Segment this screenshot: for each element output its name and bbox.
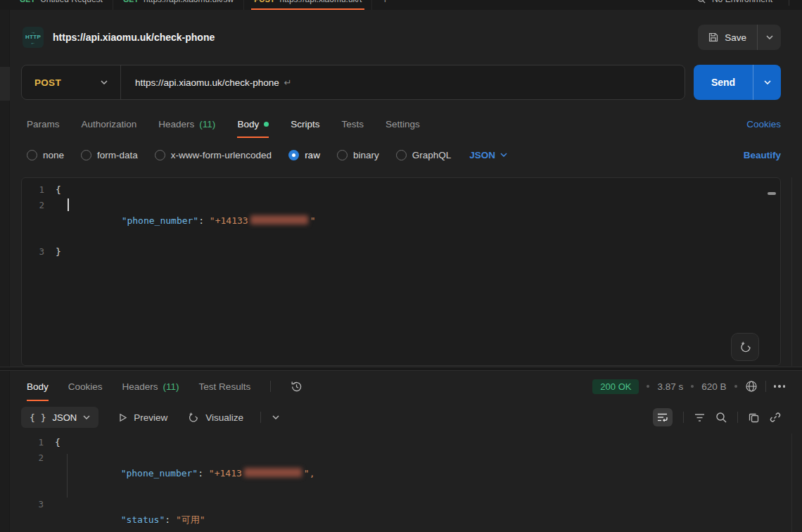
status-badge[interactable]: 200 OK [592,379,639,394]
save-label: Save [725,32,746,43]
tab-title: https://api.xiaomu.uk/t [280,0,362,4]
play-icon [118,413,127,422]
request-body-editor[interactable]: 1 { 2 "phone_number": "+14133" 3 } [21,177,781,366]
visualize-button[interactable]: Visualize [187,412,243,424]
preview-button[interactable]: Preview [118,412,167,423]
tab-title: https://api.xiaomu.uk/sw [144,0,234,4]
chevron-down-icon[interactable] [272,415,279,419]
braces-icon: { } [30,412,46,423]
line-number: 2 [21,450,55,497]
radio-icon [27,150,37,160]
response-tab-headers[interactable]: Headers (11) [122,372,179,401]
environment-selector[interactable]: No Environment [697,0,789,10]
divider [737,412,738,423]
search-icon [697,0,706,4]
copy-icon[interactable] [749,412,759,423]
line-number: 3 [22,244,56,260]
filter-icon[interactable] [694,413,705,422]
response-history-icon[interactable] [291,381,303,393]
url-input[interactable]: https://api.xiaomu.uk/check-phone [135,77,279,88]
radio-icon [396,150,407,160]
network-globe-icon[interactable] [745,380,758,393]
radio-raw-selected[interactable]: raw [288,150,320,160]
radio-graphql[interactable]: GraphQL [396,150,452,160]
chevron-down-icon [83,415,90,419]
line-number: 1 [22,182,56,198]
code-line: 3 } [22,244,780,260]
divider [270,381,271,392]
response-headers-count: (11) [163,381,179,392]
save-button-group: Save [698,25,781,50]
save-options-button[interactable] [757,25,781,50]
response-tab-cookies[interactable]: Cookies [68,372,103,401]
code-line: 1 { [22,182,780,198]
tab-tests[interactable]: Tests [341,110,364,138]
divider [260,412,261,423]
editor-scrollbar-thumb[interactable] [768,192,776,195]
code-line: 2 "phone_number": "+14133" [22,198,780,244]
more-options-icon[interactable] [774,385,786,388]
radio-icon [81,150,91,160]
tab-scripts[interactable]: Scripts [291,110,319,138]
chevron-down-icon[interactable] [101,80,108,84]
redacted-phone-number [244,468,302,477]
method-label: POST [254,0,274,4]
code-line: 2 "phone_number": "+1413", [21,450,774,497]
radio-form-data[interactable]: form-data [81,150,138,160]
search-response-icon[interactable] [715,412,727,423]
response-body-viewer[interactable]: 1 { 2 "phone_number": "+1413", 3 "status… [21,435,774,532]
request-tab-3-active[interactable]: POST https://api.xiaomu.uk/t [244,0,372,10]
code-line: 3 "status": "可用" [21,497,774,532]
headers-count: (11) [199,119,215,129]
url-input-container: POST https://api.xiaomu.uk/check-phone ↵ [21,65,685,100]
left-sidebar-rail[interactable] [0,10,10,532]
divider [765,381,766,392]
divider [789,0,789,6]
postbot-button[interactable] [731,333,759,361]
link-icon[interactable] [770,412,781,423]
new-tab-button[interactable]: + [372,0,397,10]
tab-body[interactable]: Body [237,110,269,138]
save-button[interactable]: Save [698,25,757,50]
tab-authorization[interactable]: Authorization [82,110,137,138]
method-label: GET [123,0,139,4]
radio-icon [337,150,348,160]
cookies-link[interactable]: Cookies [746,119,781,129]
response-tab-test-results[interactable]: Test Results [199,372,251,401]
response-toolbar: { } JSON Preview Visualize [21,406,781,429]
method-selector[interactable]: POST [22,77,61,88]
environment-label: No Environment [712,0,772,4]
radio-binary[interactable]: binary [337,150,379,160]
response-time[interactable]: 3.87 s [657,381,683,392]
request-tab-1[interactable]: GET Untitled Request [10,0,113,10]
request-tab-2[interactable]: GET https://api.xiaomu.uk/sw [113,0,244,10]
app-window: GET Untitled Request GET https://api.xia… [0,0,802,532]
response-format-selector[interactable]: { } JSON [21,407,98,428]
line-number: 2 [22,198,56,244]
raw-language-selector[interactable]: JSON [469,150,507,160]
body-type-row: none form-data x-www-form-urlencoded raw… [27,142,781,167]
response-size[interactable]: 620 B [701,381,726,392]
tab-settings[interactable]: Settings [386,110,420,138]
chevron-down-icon [500,153,507,157]
beautify-link[interactable]: Beautify [744,150,781,160]
wrap-text-button[interactable] [653,408,673,426]
pane-resize-handle[interactable] [0,367,802,371]
radio-selected-icon [288,150,299,160]
tab-params[interactable]: Params [27,110,60,138]
scrollbar-track [791,433,792,532]
tab-headers[interactable]: Headers (11) [158,110,215,138]
indent-guide [67,454,68,498]
request-title: https://api.xiaomu.uk/check-phone [53,32,215,43]
response-tab-body[interactable]: Body [27,372,49,401]
method-label: GET [20,0,35,4]
http-request-icon: → HTTP ← [23,27,44,48]
divider [683,412,684,423]
visualize-sparkle-icon [187,412,199,424]
send-button[interactable]: Send [694,65,753,100]
radio-none[interactable]: none [27,150,64,160]
workspace-tab-strip: GET Untitled Request GET https://api.xia… [0,0,802,10]
radio-x-www-form-urlencoded[interactable]: x-www-form-urlencoded [155,150,272,160]
chevron-down-icon [764,80,771,84]
send-options-button[interactable] [753,65,781,100]
